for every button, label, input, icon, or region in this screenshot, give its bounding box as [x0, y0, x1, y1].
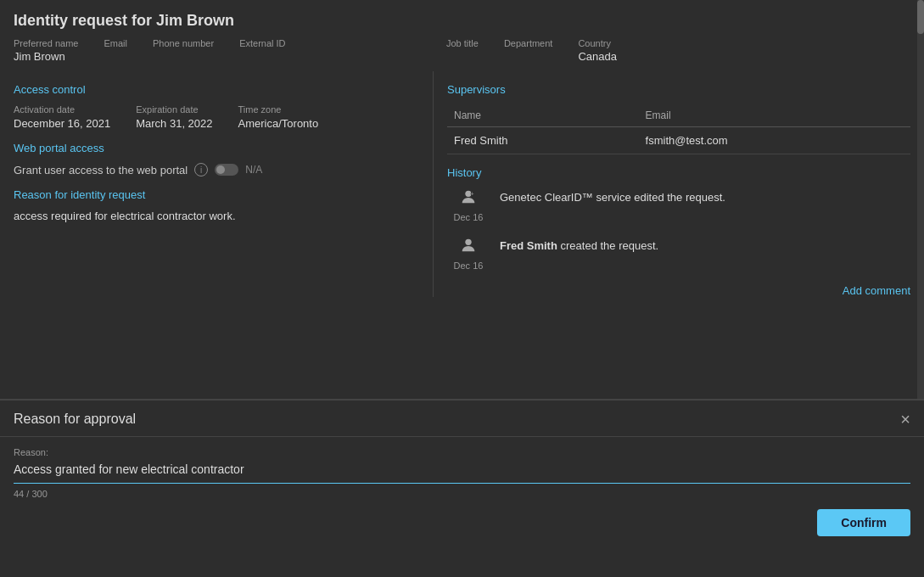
activation-date-label: Activation date	[14, 104, 110, 115]
department-field: Department	[504, 38, 552, 63]
email-column-header: Email	[639, 104, 910, 127]
info-icon: i	[194, 163, 208, 176]
reason-field-label: Reason:	[14, 447, 910, 457]
expiration-date-field: Expiration date March 31, 2022	[136, 104, 212, 130]
expiration-date-value: March 31, 2022	[136, 117, 212, 130]
history-user-icon-1: +	[459, 188, 478, 210]
expiration-date-label: Expiration date	[136, 104, 212, 115]
right-info-row: Job title Department Country Canada	[446, 38, 910, 63]
right-column: Supervisors Name Email Fred Smith fsmith…	[433, 71, 924, 297]
close-button[interactable]: ×	[900, 411, 910, 428]
preferred-name-label: Preferred name	[14, 38, 78, 48]
personal-info-row: Preferred name Jim Brown Email Phone num…	[14, 38, 419, 63]
external-id-label: External ID	[239, 38, 285, 48]
history-text-1: Genetec ClearID™ service edited the requ…	[500, 188, 725, 204]
top-section: Preferred name Jim Brown Email Phone num…	[0, 38, 924, 71]
history-list: + Dec 16 Genetec ClearID™ service edited…	[447, 188, 910, 271]
supervisors-table: Name Email Fred Smith fsmith@test.com	[447, 104, 910, 154]
char-count: 44 / 300	[14, 489, 910, 499]
department-label: Department	[504, 38, 552, 48]
supervisor-email: fsmith@test.com	[639, 127, 910, 154]
svg-text:+: +	[471, 191, 474, 197]
history-header: History	[447, 166, 910, 179]
reason-text: access required for electrical contracto…	[14, 210, 419, 222]
top-right: Job title Department Country Canada	[433, 38, 924, 71]
access-control-grid: Activation date December 16, 2021 Expira…	[14, 104, 419, 130]
activation-date-value: December 16, 2021	[14, 117, 110, 130]
scrollbar[interactable]	[917, 0, 924, 399]
history-action-text: created the request.	[561, 239, 659, 252]
approval-body: Reason: Access granted for new electrica…	[0, 437, 924, 499]
main-content: Identity request for Jim Brown Preferred…	[0, 0, 924, 399]
name-column-header: Name	[447, 104, 639, 127]
history-text-2: Fred Smith created the request.	[500, 236, 658, 252]
access-control-header: Access control	[14, 83, 419, 96]
job-title-label: Job title	[446, 38, 479, 48]
history-user-icon-2	[459, 236, 478, 259]
timezone-field: Time zone America/Toronto	[238, 104, 319, 130]
phone-field: Phone number	[153, 38, 214, 63]
history-item-1: + Dec 16 Genetec ClearID™ service edited…	[447, 188, 910, 222]
timezone-value: America/Toronto	[238, 117, 319, 130]
history-date-2: Dec 16	[454, 260, 484, 271]
external-id-field: External ID	[239, 38, 285, 63]
left-column: Access control Activation date December …	[0, 71, 433, 297]
job-title-field: Job title	[446, 38, 479, 63]
approval-title: Reason for approval	[14, 412, 136, 427]
confirm-button[interactable]: Confirm	[817, 509, 910, 536]
reason-input-value[interactable]: Access granted for new electrical contra…	[14, 462, 910, 484]
country-field: Country Canada	[578, 38, 617, 63]
email-field: Email	[104, 38, 127, 63]
preferred-name-field: Preferred name Jim Brown	[14, 38, 78, 63]
supervisor-name: Fred Smith	[447, 127, 639, 154]
history-creator-name: Fred Smith	[500, 239, 557, 252]
scrollbar-thumb[interactable]	[917, 0, 924, 34]
na-label: N/A	[245, 164, 262, 176]
country-value: Canada	[578, 50, 617, 63]
country-label: Country	[578, 38, 617, 48]
activation-date-field: Activation date December 16, 2021	[14, 104, 110, 130]
approval-panel: Reason for approval × Reason: Access gra…	[0, 399, 924, 546]
history-date-1: Dec 16	[454, 212, 484, 222]
history-date-col-1: + Dec 16	[447, 188, 490, 222]
phone-label: Phone number	[153, 38, 214, 48]
approval-header: Reason for approval ×	[0, 401, 924, 437]
reason-header: Reason for identity request	[14, 188, 419, 201]
supervisor-row: Fred Smith fsmith@test.com	[447, 127, 910, 154]
history-item-2: Dec 16 Fred Smith created the request.	[447, 236, 910, 271]
page-title: Identity request for Jim Brown	[0, 0, 924, 38]
body-two-col: Access control Activation date December …	[0, 71, 924, 297]
email-label: Email	[104, 38, 127, 48]
timezone-label: Time zone	[238, 104, 319, 115]
web-portal-header: Web portal access	[14, 142, 419, 154]
top-left: Preferred name Jim Brown Email Phone num…	[0, 38, 433, 71]
web-access-toggle[interactable]	[215, 164, 238, 176]
history-date-col-2: Dec 16	[447, 236, 490, 271]
svg-point-3	[465, 239, 471, 245]
preferred-name-value: Jim Brown	[14, 50, 78, 63]
grant-access-label: Grant user access to the web portal	[14, 164, 188, 176]
add-comment-button[interactable]: Add comment	[447, 284, 910, 297]
approval-footer: Confirm	[0, 499, 924, 546]
supervisors-header: Supervisors	[447, 83, 910, 96]
web-portal-row: Grant user access to the web portal i N/…	[14, 163, 419, 176]
supervisors-table-header-row: Name Email	[447, 104, 910, 127]
